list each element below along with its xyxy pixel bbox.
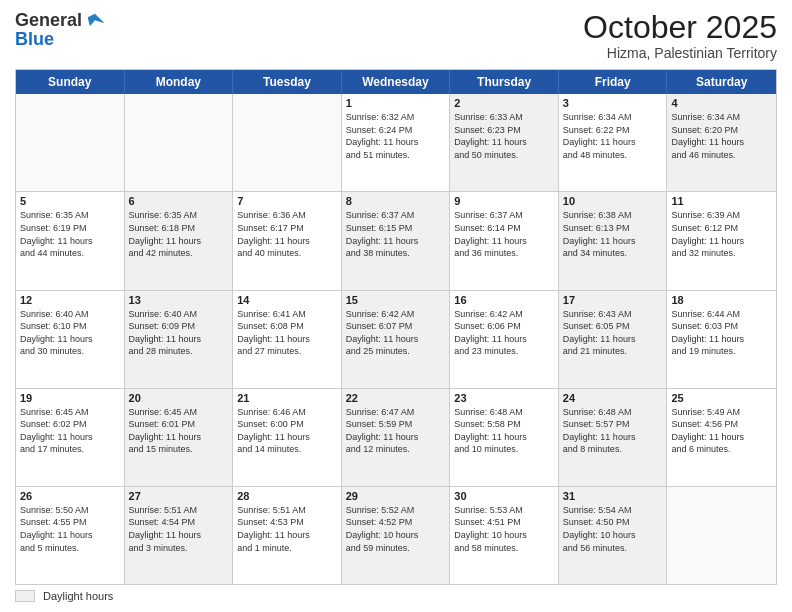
calendar-weekday-thursday: Thursday <box>450 70 559 94</box>
day-info: Sunrise: 5:53 AM Sunset: 4:51 PM Dayligh… <box>454 504 554 554</box>
day-number: 31 <box>563 490 663 502</box>
logo: General Blue <box>15 10 106 50</box>
calendar-day-9: 9Sunrise: 6:37 AM Sunset: 6:14 PM Daylig… <box>450 192 559 289</box>
calendar-day-13: 13Sunrise: 6:40 AM Sunset: 6:09 PM Dayli… <box>125 291 234 388</box>
day-number: 8 <box>346 195 446 207</box>
calendar-day-19: 19Sunrise: 6:45 AM Sunset: 6:02 PM Dayli… <box>16 389 125 486</box>
day-number: 22 <box>346 392 446 404</box>
calendar-weekday-saturday: Saturday <box>667 70 776 94</box>
calendar-row-2: 5Sunrise: 6:35 AM Sunset: 6:19 PM Daylig… <box>16 192 776 290</box>
calendar-day-16: 16Sunrise: 6:42 AM Sunset: 6:06 PM Dayli… <box>450 291 559 388</box>
day-number: 26 <box>20 490 120 502</box>
day-info: Sunrise: 6:42 AM Sunset: 6:06 PM Dayligh… <box>454 308 554 358</box>
calendar-day-27: 27Sunrise: 5:51 AM Sunset: 4:54 PM Dayli… <box>125 487 234 584</box>
header: General Blue October 2025 Hizma, Palesti… <box>15 10 777 61</box>
day-info: Sunrise: 6:41 AM Sunset: 6:08 PM Dayligh… <box>237 308 337 358</box>
calendar-empty-cell <box>125 94 234 191</box>
calendar-day-4: 4Sunrise: 6:34 AM Sunset: 6:20 PM Daylig… <box>667 94 776 191</box>
logo-blue-text: Blue <box>15 30 106 50</box>
day-info: Sunrise: 6:32 AM Sunset: 6:24 PM Dayligh… <box>346 111 446 161</box>
page: General Blue October 2025 Hizma, Palesti… <box>0 0 792 612</box>
day-number: 12 <box>20 294 120 306</box>
day-info: Sunrise: 5:50 AM Sunset: 4:55 PM Dayligh… <box>20 504 120 554</box>
day-number: 3 <box>563 97 663 109</box>
calendar-day-21: 21Sunrise: 6:46 AM Sunset: 6:00 PM Dayli… <box>233 389 342 486</box>
calendar-row-3: 12Sunrise: 6:40 AM Sunset: 6:10 PM Dayli… <box>16 291 776 389</box>
legend-shaded-box <box>15 590 35 602</box>
calendar-weekday-wednesday: Wednesday <box>342 70 451 94</box>
day-number: 20 <box>129 392 229 404</box>
calendar-row-5: 26Sunrise: 5:50 AM Sunset: 4:55 PM Dayli… <box>16 487 776 584</box>
day-info: Sunrise: 6:34 AM Sunset: 6:22 PM Dayligh… <box>563 111 663 161</box>
calendar-day-12: 12Sunrise: 6:40 AM Sunset: 6:10 PM Dayli… <box>16 291 125 388</box>
day-number: 5 <box>20 195 120 207</box>
calendar-weekday-sunday: Sunday <box>16 70 125 94</box>
calendar-weekday-tuesday: Tuesday <box>233 70 342 94</box>
calendar-day-29: 29Sunrise: 5:52 AM Sunset: 4:52 PM Dayli… <box>342 487 451 584</box>
calendar-day-26: 26Sunrise: 5:50 AM Sunset: 4:55 PM Dayli… <box>16 487 125 584</box>
day-number: 28 <box>237 490 337 502</box>
calendar-day-5: 5Sunrise: 6:35 AM Sunset: 6:19 PM Daylig… <box>16 192 125 289</box>
day-info: Sunrise: 6:45 AM Sunset: 6:02 PM Dayligh… <box>20 406 120 456</box>
day-info: Sunrise: 5:49 AM Sunset: 4:56 PM Dayligh… <box>671 406 772 456</box>
day-info: Sunrise: 6:40 AM Sunset: 6:10 PM Dayligh… <box>20 308 120 358</box>
day-number: 30 <box>454 490 554 502</box>
day-info: Sunrise: 6:43 AM Sunset: 6:05 PM Dayligh… <box>563 308 663 358</box>
day-info: Sunrise: 6:34 AM Sunset: 6:20 PM Dayligh… <box>671 111 772 161</box>
day-number: 24 <box>563 392 663 404</box>
day-number: 1 <box>346 97 446 109</box>
day-number: 13 <box>129 294 229 306</box>
calendar-day-3: 3Sunrise: 6:34 AM Sunset: 6:22 PM Daylig… <box>559 94 668 191</box>
calendar-day-20: 20Sunrise: 6:45 AM Sunset: 6:01 PM Dayli… <box>125 389 234 486</box>
calendar-day-17: 17Sunrise: 6:43 AM Sunset: 6:05 PM Dayli… <box>559 291 668 388</box>
day-info: Sunrise: 6:42 AM Sunset: 6:07 PM Dayligh… <box>346 308 446 358</box>
day-info: Sunrise: 5:51 AM Sunset: 4:53 PM Dayligh… <box>237 504 337 554</box>
calendar-weekday-monday: Monday <box>125 70 234 94</box>
day-info: Sunrise: 6:37 AM Sunset: 6:15 PM Dayligh… <box>346 209 446 259</box>
calendar-day-22: 22Sunrise: 6:47 AM Sunset: 5:59 PM Dayli… <box>342 389 451 486</box>
calendar-day-1: 1Sunrise: 6:32 AM Sunset: 6:24 PM Daylig… <box>342 94 451 191</box>
calendar-day-28: 28Sunrise: 5:51 AM Sunset: 4:53 PM Dayli… <box>233 487 342 584</box>
calendar-header: SundayMondayTuesdayWednesdayThursdayFrid… <box>16 70 776 94</box>
calendar-day-2: 2Sunrise: 6:33 AM Sunset: 6:23 PM Daylig… <box>450 94 559 191</box>
day-number: 15 <box>346 294 446 306</box>
day-info: Sunrise: 6:44 AM Sunset: 6:03 PM Dayligh… <box>671 308 772 358</box>
day-number: 21 <box>237 392 337 404</box>
calendar-day-7: 7Sunrise: 6:36 AM Sunset: 6:17 PM Daylig… <box>233 192 342 289</box>
day-number: 19 <box>20 392 120 404</box>
calendar-day-25: 25Sunrise: 5:49 AM Sunset: 4:56 PM Dayli… <box>667 389 776 486</box>
day-number: 10 <box>563 195 663 207</box>
logo-bird-icon <box>84 10 106 32</box>
day-number: 17 <box>563 294 663 306</box>
day-number: 11 <box>671 195 772 207</box>
calendar-row-4: 19Sunrise: 6:45 AM Sunset: 6:02 PM Dayli… <box>16 389 776 487</box>
day-info: Sunrise: 6:33 AM Sunset: 6:23 PM Dayligh… <box>454 111 554 161</box>
svg-marker-0 <box>88 14 105 26</box>
calendar-day-6: 6Sunrise: 6:35 AM Sunset: 6:18 PM Daylig… <box>125 192 234 289</box>
calendar-day-14: 14Sunrise: 6:41 AM Sunset: 6:08 PM Dayli… <box>233 291 342 388</box>
day-number: 9 <box>454 195 554 207</box>
location: Hizma, Palestinian Territory <box>583 45 777 61</box>
day-number: 27 <box>129 490 229 502</box>
calendar-day-18: 18Sunrise: 6:44 AM Sunset: 6:03 PM Dayli… <box>667 291 776 388</box>
day-info: Sunrise: 6:39 AM Sunset: 6:12 PM Dayligh… <box>671 209 772 259</box>
calendar-day-31: 31Sunrise: 5:54 AM Sunset: 4:50 PM Dayli… <box>559 487 668 584</box>
day-info: Sunrise: 6:48 AM Sunset: 5:57 PM Dayligh… <box>563 406 663 456</box>
day-number: 6 <box>129 195 229 207</box>
day-number: 29 <box>346 490 446 502</box>
calendar-empty-cell <box>16 94 125 191</box>
day-number: 7 <box>237 195 337 207</box>
calendar-empty-cell <box>667 487 776 584</box>
day-info: Sunrise: 5:51 AM Sunset: 4:54 PM Dayligh… <box>129 504 229 554</box>
day-info: Sunrise: 6:36 AM Sunset: 6:17 PM Dayligh… <box>237 209 337 259</box>
calendar-day-11: 11Sunrise: 6:39 AM Sunset: 6:12 PM Dayli… <box>667 192 776 289</box>
calendar-day-30: 30Sunrise: 5:53 AM Sunset: 4:51 PM Dayli… <box>450 487 559 584</box>
calendar-day-23: 23Sunrise: 6:48 AM Sunset: 5:58 PM Dayli… <box>450 389 559 486</box>
calendar: SundayMondayTuesdayWednesdayThursdayFrid… <box>15 69 777 585</box>
day-info: Sunrise: 6:35 AM Sunset: 6:18 PM Dayligh… <box>129 209 229 259</box>
day-info: Sunrise: 6:46 AM Sunset: 6:00 PM Dayligh… <box>237 406 337 456</box>
day-info: Sunrise: 6:40 AM Sunset: 6:09 PM Dayligh… <box>129 308 229 358</box>
calendar-day-15: 15Sunrise: 6:42 AM Sunset: 6:07 PM Dayli… <box>342 291 451 388</box>
calendar-empty-cell <box>233 94 342 191</box>
calendar-day-8: 8Sunrise: 6:37 AM Sunset: 6:15 PM Daylig… <box>342 192 451 289</box>
